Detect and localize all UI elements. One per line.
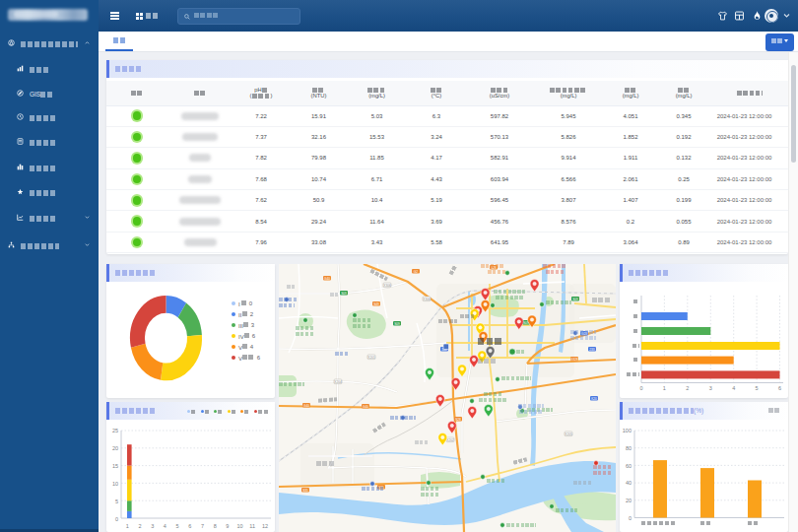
svg-text:G40: G40 <box>303 404 309 408</box>
svg-text:X202: X202 <box>446 438 454 442</box>
svg-text:5: 5 <box>756 385 759 391</box>
svg-text:7: 7 <box>201 523 204 529</box>
svg-text:60: 60 <box>626 463 632 469</box>
svg-text:15: 15 <box>112 463 118 469</box>
svg-text:20: 20 <box>112 445 118 451</box>
svg-text:1: 1 <box>663 385 666 391</box>
svg-text:6: 6 <box>188 523 191 529</box>
svg-text:0: 0 <box>639 385 642 391</box>
svg-text:40: 40 <box>626 480 632 486</box>
svg-text:IV: IV <box>238 334 244 340</box>
svg-text:3: 3 <box>709 385 712 391</box>
svg-text:4: 4 <box>164 523 166 529</box>
svg-text:S35: S35 <box>302 489 308 493</box>
svg-text:S09: S09 <box>341 292 347 296</box>
svg-text:1: 1 <box>126 523 129 529</box>
svg-text:5: 5 <box>176 523 179 529</box>
svg-text:S49: S49 <box>373 302 379 306</box>
svg-text:233: 233 <box>589 348 595 352</box>
svg-text:K20: K20 <box>591 397 597 401</box>
svg-text:X306: X306 <box>383 284 391 288</box>
svg-text:S09: S09 <box>572 298 578 301</box>
svg-text:4: 4 <box>732 385 735 391</box>
svg-text:80: 80 <box>626 445 632 451</box>
svg-text:100: 100 <box>623 428 632 433</box>
svg-text:S09: S09 <box>394 322 400 326</box>
svg-text:X201: X201 <box>367 356 375 360</box>
svg-text:5: 5 <box>115 499 118 504</box>
svg-text:12: 12 <box>262 523 268 529</box>
svg-text:20: 20 <box>626 498 632 503</box>
svg-text:G328: G328 <box>570 358 578 362</box>
svg-text:S28: S28 <box>455 418 461 422</box>
svg-text:G2: G2 <box>414 270 418 274</box>
svg-text:0: 0 <box>629 515 632 521</box>
svg-text:10: 10 <box>236 523 242 529</box>
svg-text:X204: X204 <box>334 380 342 384</box>
svg-text:11: 11 <box>249 523 255 529</box>
svg-text:8: 8 <box>214 523 217 529</box>
svg-text:25: 25 <box>112 428 118 433</box>
svg-text:X306: X306 <box>423 298 431 301</box>
svg-text:6: 6 <box>778 385 781 391</box>
svg-text:3: 3 <box>151 523 154 529</box>
svg-text:10: 10 <box>112 481 118 487</box>
svg-text:X205: X205 <box>565 432 572 436</box>
svg-text:2: 2 <box>686 385 689 391</box>
svg-text:9: 9 <box>226 523 229 529</box>
svg-text:I: I <box>238 301 240 307</box>
svg-text:0: 0 <box>115 516 118 522</box>
svg-text:2: 2 <box>138 523 141 529</box>
svg-text:G40: G40 <box>363 405 368 409</box>
svg-text:G40: G40 <box>324 277 330 281</box>
